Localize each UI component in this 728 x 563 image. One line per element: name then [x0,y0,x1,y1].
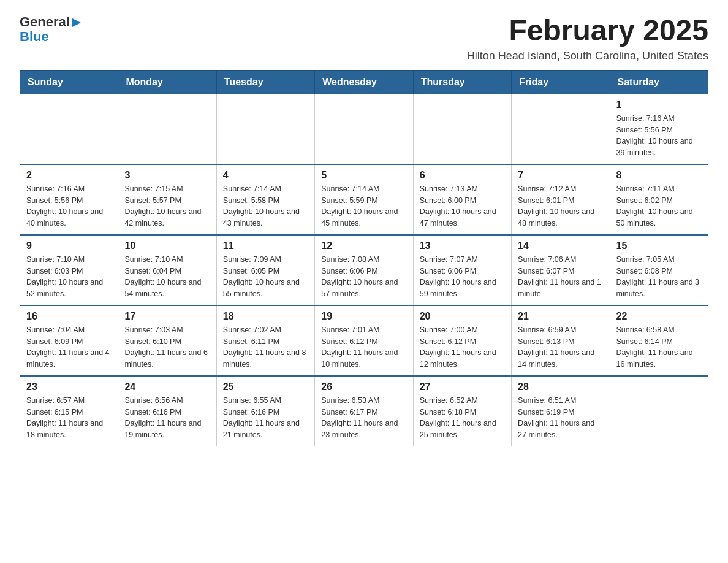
calendar-cell: 17Sunrise: 7:03 AM Sunset: 6:10 PM Dayli… [118,305,216,376]
day-info: Sunrise: 7:11 AM Sunset: 6:02 PM Dayligh… [616,183,702,229]
day-number: 1 [616,99,702,110]
day-info: Sunrise: 7:01 AM Sunset: 6:12 PM Dayligh… [321,324,406,370]
calendar-week-5: 23Sunrise: 6:57 AM Sunset: 6:15 PM Dayli… [20,376,708,446]
day-info: Sunrise: 7:12 AM Sunset: 6:01 PM Dayligh… [518,183,603,229]
day-number: 2 [26,170,112,181]
weekday-header-monday: Monday [118,70,216,94]
calendar-cell: 2Sunrise: 7:16 AM Sunset: 5:56 PM Daylig… [20,164,118,235]
calendar-cell: 1Sunrise: 7:16 AM Sunset: 5:56 PM Daylig… [610,94,708,164]
day-number: 15 [616,240,702,251]
calendar-cell: 13Sunrise: 7:07 AM Sunset: 6:06 PM Dayli… [413,235,511,305]
day-number: 11 [223,240,308,251]
calendar-cell: 10Sunrise: 7:10 AM Sunset: 6:04 PM Dayli… [118,235,216,305]
day-number: 13 [420,240,505,251]
calendar-week-1: 1Sunrise: 7:16 AM Sunset: 5:56 PM Daylig… [20,94,708,164]
day-number: 25 [223,381,308,393]
calendar-cell [610,376,708,446]
weekday-header-thursday: Thursday [413,70,511,94]
logo-arrow-icon [71,17,82,28]
day-number: 12 [321,240,406,251]
calendar-cell [413,94,511,164]
day-info: Sunrise: 7:04 AM Sunset: 6:09 PM Dayligh… [26,324,112,370]
day-number: 8 [616,170,702,181]
calendar-cell: 6Sunrise: 7:13 AM Sunset: 6:00 PM Daylig… [413,164,511,235]
day-number: 10 [124,240,210,251]
calendar-week-4: 16Sunrise: 7:04 AM Sunset: 6:09 PM Dayli… [20,305,708,376]
day-info: Sunrise: 6:52 AM Sunset: 6:18 PM Dayligh… [420,395,505,441]
day-number: 6 [420,170,505,181]
logo: General Blue [20,15,82,44]
day-info: Sunrise: 7:08 AM Sunset: 6:06 PM Dayligh… [321,254,406,300]
logo-blue-text: Blue [20,29,49,44]
day-info: Sunrise: 7:13 AM Sunset: 6:00 PM Dayligh… [420,183,505,229]
day-info: Sunrise: 6:59 AM Sunset: 6:13 PM Dayligh… [518,324,603,370]
day-info: Sunrise: 6:56 AM Sunset: 6:16 PM Dayligh… [124,395,210,441]
day-number: 27 [420,381,505,393]
day-number: 23 [26,381,112,393]
day-info: Sunrise: 7:09 AM Sunset: 6:05 PM Dayligh… [223,254,308,300]
calendar-week-2: 2Sunrise: 7:16 AM Sunset: 5:56 PM Daylig… [20,164,708,235]
day-number: 14 [518,240,603,251]
day-number: 4 [223,170,308,181]
day-info: Sunrise: 7:10 AM Sunset: 6:04 PM Dayligh… [124,254,210,300]
svg-marker-0 [72,18,81,27]
day-number: 26 [321,381,406,393]
page-header: General Blue February 2025 Hilton Head I… [20,15,708,63]
calendar-header-row: SundayMondayTuesdayWednesdayThursdayFrid… [20,70,708,94]
calendar-cell: 4Sunrise: 7:14 AM Sunset: 5:58 PM Daylig… [216,164,314,235]
day-info: Sunrise: 6:53 AM Sunset: 6:17 PM Dayligh… [321,395,406,441]
month-title: February 2025 [467,15,708,47]
calendar-cell: 16Sunrise: 7:04 AM Sunset: 6:09 PM Dayli… [20,305,118,376]
day-info: Sunrise: 7:16 AM Sunset: 5:56 PM Dayligh… [616,113,702,159]
calendar-cell [216,94,314,164]
day-number: 17 [124,311,210,322]
calendar-cell: 5Sunrise: 7:14 AM Sunset: 5:59 PM Daylig… [315,164,413,235]
calendar-cell [20,94,118,164]
calendar-table: SundayMondayTuesdayWednesdayThursdayFrid… [20,70,708,446]
day-number: 7 [518,170,603,181]
day-number: 16 [26,311,112,322]
title-block: February 2025 Hilton Head Island, South … [467,15,708,63]
day-info: Sunrise: 6:57 AM Sunset: 6:15 PM Dayligh… [26,395,112,441]
calendar-cell: 8Sunrise: 7:11 AM Sunset: 6:02 PM Daylig… [610,164,708,235]
calendar-cell: 24Sunrise: 6:56 AM Sunset: 6:16 PM Dayli… [118,376,216,446]
day-info: Sunrise: 7:03 AM Sunset: 6:10 PM Dayligh… [124,324,210,370]
calendar-cell: 22Sunrise: 6:58 AM Sunset: 6:14 PM Dayli… [610,305,708,376]
calendar-cell [512,94,610,164]
logo-general-text: General [20,15,70,29]
day-number: 21 [518,311,603,322]
day-number: 18 [223,311,308,322]
calendar-cell: 27Sunrise: 6:52 AM Sunset: 6:18 PM Dayli… [413,376,511,446]
calendar-cell: 18Sunrise: 7:02 AM Sunset: 6:11 PM Dayli… [216,305,314,376]
calendar-cell: 7Sunrise: 7:12 AM Sunset: 6:01 PM Daylig… [512,164,610,235]
calendar-cell: 9Sunrise: 7:10 AM Sunset: 6:03 PM Daylig… [20,235,118,305]
calendar-cell [315,94,413,164]
day-info: Sunrise: 7:15 AM Sunset: 5:57 PM Dayligh… [124,183,210,229]
calendar-cell: 28Sunrise: 6:51 AM Sunset: 6:19 PM Dayli… [512,376,610,446]
location-subtitle: Hilton Head Island, South Carolina, Unit… [467,50,708,63]
day-number: 24 [124,381,210,393]
day-number: 3 [124,170,210,181]
calendar-week-3: 9Sunrise: 7:10 AM Sunset: 6:03 PM Daylig… [20,235,708,305]
day-info: Sunrise: 7:05 AM Sunset: 6:08 PM Dayligh… [616,254,702,300]
day-number: 28 [518,381,603,393]
calendar-cell: 21Sunrise: 6:59 AM Sunset: 6:13 PM Dayli… [512,305,610,376]
day-info: Sunrise: 6:55 AM Sunset: 6:16 PM Dayligh… [223,395,308,441]
weekday-header-friday: Friday [512,70,610,94]
day-info: Sunrise: 7:14 AM Sunset: 5:58 PM Dayligh… [223,183,308,229]
day-info: Sunrise: 7:00 AM Sunset: 6:12 PM Dayligh… [420,324,505,370]
calendar-cell: 14Sunrise: 7:06 AM Sunset: 6:07 PM Dayli… [512,235,610,305]
day-info: Sunrise: 6:58 AM Sunset: 6:14 PM Dayligh… [616,324,702,370]
day-number: 5 [321,170,406,181]
weekday-header-tuesday: Tuesday [216,70,314,94]
calendar-cell: 15Sunrise: 7:05 AM Sunset: 6:08 PM Dayli… [610,235,708,305]
weekday-header-sunday: Sunday [20,70,118,94]
calendar-cell: 3Sunrise: 7:15 AM Sunset: 5:57 PM Daylig… [118,164,216,235]
day-info: Sunrise: 7:10 AM Sunset: 6:03 PM Dayligh… [26,254,112,300]
calendar-cell: 26Sunrise: 6:53 AM Sunset: 6:17 PM Dayli… [315,376,413,446]
calendar-cell: 23Sunrise: 6:57 AM Sunset: 6:15 PM Dayli… [20,376,118,446]
weekday-header-wednesday: Wednesday [315,70,413,94]
day-number: 20 [420,311,505,322]
day-info: Sunrise: 7:14 AM Sunset: 5:59 PM Dayligh… [321,183,406,229]
calendar-cell: 12Sunrise: 7:08 AM Sunset: 6:06 PM Dayli… [315,235,413,305]
